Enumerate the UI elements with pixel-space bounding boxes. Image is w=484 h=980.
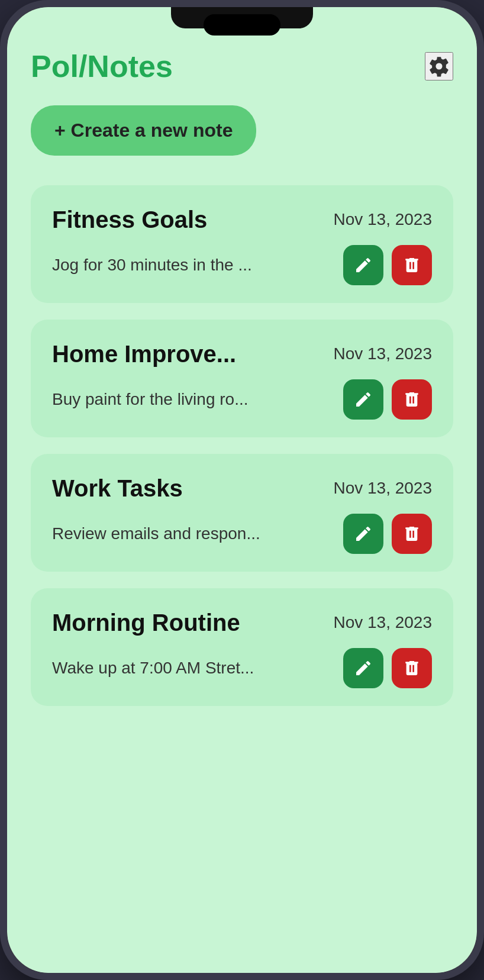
header: Pol/Notes	[31, 49, 453, 84]
delete-note-button[interactable]	[392, 514, 432, 554]
pencil-icon	[354, 524, 373, 543]
note-preview: Review emails and respon...	[52, 524, 331, 543]
note-header: Morning Routine Nov 13, 2023	[52, 610, 432, 636]
note-date: Nov 13, 2023	[333, 344, 432, 363]
note-footer: Wake up at 7:00 AM Stret...	[52, 648, 432, 688]
trash-icon	[402, 390, 421, 409]
note-actions	[343, 245, 432, 285]
note-date: Nov 13, 2023	[333, 479, 432, 498]
note-preview: Wake up at 7:00 AM Stret...	[52, 659, 331, 678]
pencil-icon	[354, 390, 373, 409]
edit-note-button[interactable]	[343, 245, 383, 285]
title-suffix: Notes	[87, 49, 172, 83]
create-note-label: + Create a new note	[54, 120, 233, 141]
note-preview: Buy paint for the living ro...	[52, 390, 331, 409]
screen: Pol/Notes + Create a new note Fitness Go…	[7, 7, 477, 973]
note-header: Home Improve... Nov 13, 2023	[52, 341, 432, 368]
note-title: Work Tasks	[52, 475, 321, 502]
note-actions	[343, 379, 432, 420]
note-title: Fitness Goals	[52, 207, 321, 233]
trash-icon	[402, 524, 421, 543]
note-preview: Jog for 30 minutes in the ...	[52, 256, 331, 275]
delete-note-button[interactable]	[392, 245, 432, 285]
settings-button[interactable]	[425, 52, 453, 80]
app-content: Pol/Notes + Create a new note Fitness Go…	[7, 43, 477, 973]
phone-frame: Pol/Notes + Create a new note Fitness Go…	[0, 0, 484, 980]
note-card: Fitness Goals Nov 13, 2023 Jog for 30 mi…	[31, 185, 453, 303]
note-footer: Review emails and respon...	[52, 514, 432, 554]
edit-note-button[interactable]	[343, 648, 383, 688]
note-footer: Buy paint for the living ro...	[52, 379, 432, 420]
create-note-button[interactable]: + Create a new note	[31, 105, 256, 156]
note-date: Nov 13, 2023	[333, 613, 432, 632]
dynamic-island	[204, 14, 280, 36]
edit-note-button[interactable]	[343, 379, 383, 420]
gear-icon	[428, 55, 450, 78]
pencil-icon	[354, 256, 373, 275]
note-card: Morning Routine Nov 13, 2023 Wake up at …	[31, 588, 453, 706]
note-card: Home Improve... Nov 13, 2023 Buy paint f…	[31, 320, 453, 437]
pencil-icon	[354, 659, 373, 678]
note-date: Nov 13, 2023	[333, 210, 432, 229]
note-actions	[343, 648, 432, 688]
notes-list: Fitness Goals Nov 13, 2023 Jog for 30 mi…	[31, 185, 453, 706]
title-prefix: Pol/	[31, 49, 87, 83]
note-title: Home Improve...	[52, 341, 321, 368]
note-actions	[343, 514, 432, 554]
edit-note-button[interactable]	[343, 514, 383, 554]
note-header: Work Tasks Nov 13, 2023	[52, 475, 432, 502]
note-footer: Jog for 30 minutes in the ...	[52, 245, 432, 285]
note-header: Fitness Goals Nov 13, 2023	[52, 207, 432, 233]
trash-icon	[402, 256, 421, 275]
delete-note-button[interactable]	[392, 379, 432, 420]
note-title: Morning Routine	[52, 610, 321, 636]
note-card: Work Tasks Nov 13, 2023 Review emails an…	[31, 454, 453, 572]
trash-icon	[402, 659, 421, 678]
app-title: Pol/Notes	[31, 49, 173, 84]
delete-note-button[interactable]	[392, 648, 432, 688]
